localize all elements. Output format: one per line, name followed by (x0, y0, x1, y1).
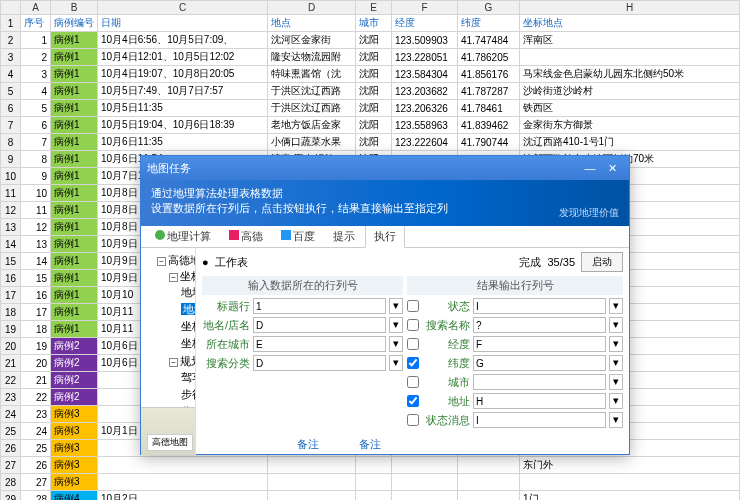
tree-coord-convert[interactable]: 坐标转换 (181, 335, 191, 352)
tab-baidu[interactable]: 百度 (273, 226, 323, 247)
table-row[interactable]: 54病例110月5日7:49、10月7日7:57于洪区沈辽西路沈阳123.203… (1, 83, 740, 100)
tab-geo-calc[interactable]: 地理计算 (147, 226, 219, 247)
table-row[interactable]: 2827病例3 (1, 474, 740, 491)
tab-hint[interactable]: 提示 (325, 226, 363, 247)
addr-check[interactable] (407, 395, 419, 407)
dialog-titlebar[interactable]: 地图任务 — ✕ (141, 156, 629, 180)
tree-addr-to-coord[interactable]: 地址转坐标 (181, 284, 191, 301)
table-row[interactable]: 65病例110月5日11:35于洪区沈辽西路沈阳123.20632641.784… (1, 100, 740, 117)
dialog-title: 地图任务 (147, 161, 191, 176)
lng-check[interactable] (407, 338, 419, 350)
table-row[interactable]: 43病例110月4日19:07、10月8日20:05特味熏酱馆（沈沈阳123.5… (1, 66, 740, 83)
table-row[interactable]: 87病例110月6日11:35小俩口蔬菜水果沈阳123.22260441.790… (1, 134, 740, 151)
lat-col-input[interactable] (473, 355, 606, 371)
table-row[interactable]: 32病例110月4日12:01、10月5日12:02隆安达物流园附沈阳123.2… (1, 49, 740, 66)
cityr-col-input[interactable] (473, 374, 606, 390)
start-button[interactable]: 启动 (581, 252, 623, 272)
tree-coord-to-addr[interactable]: 坐标转地址 (181, 318, 191, 335)
lng-col-input[interactable] (473, 336, 606, 352)
msg-check[interactable] (407, 414, 419, 426)
dialog-tabs: 地理计算 高德 百度 提示 执行 (141, 226, 629, 248)
table-row[interactable]: 21病例110月4日6:56、10月5日7:09、沈河区金家街沈阳123.509… (1, 32, 740, 49)
lat-check[interactable] (407, 357, 419, 369)
sname-check[interactable] (407, 319, 419, 331)
progress-text: 35/35 (547, 256, 575, 268)
status-check[interactable] (407, 300, 419, 312)
msg-col-input[interactable] (473, 412, 606, 428)
worksheet-label: 工作表 (215, 255, 248, 270)
table-row[interactable]: 2726病例3东门外 (1, 457, 740, 474)
city-col-input[interactable] (253, 336, 386, 352)
map-task-dialog: 地图任务 — ✕ 通过地理算法处理表格数据 设置数据所在行列后，点击按钮执行，结… (140, 155, 630, 455)
cityr-check[interactable] (407, 376, 419, 388)
status-col-input[interactable] (473, 298, 606, 314)
tree-addr-search[interactable]: 地址搜索 (181, 301, 191, 318)
mini-map: 刷新清空 高德地图 (141, 407, 196, 455)
title-row-input[interactable] (253, 298, 386, 314)
dropdown-icon[interactable]: ▾ (389, 298, 403, 314)
tree-drive[interactable]: 驾车路线 (181, 369, 191, 386)
sname-col-input[interactable] (473, 317, 606, 333)
table-row[interactable]: 76病例110月5日19:04、10月6日18:39老地方饭店金家沈阳123.5… (1, 117, 740, 134)
minimize-icon[interactable]: — (579, 162, 601, 174)
dialog-banner: 通过地理算法处理表格数据 设置数据所在行列后，点击按钮执行，结果直接输出至指定列… (141, 180, 629, 226)
addr-col-input[interactable] (473, 393, 606, 409)
dialog-footer: 备注备注 (297, 437, 623, 452)
table-row[interactable]: 2928病例410月2日1门 (1, 491, 740, 501)
close-icon[interactable]: ✕ (601, 162, 623, 175)
tree-walk[interactable]: 步行路线 (181, 386, 191, 403)
tab-execute[interactable]: 执行 (365, 225, 405, 248)
service-tree[interactable]: −高德地图 −坐标地址 地址转坐标 地址搜索 坐标转地址 坐标转换 −规划线路 … (141, 248, 196, 455)
cat-col-input[interactable] (253, 355, 386, 371)
name-col-input[interactable] (253, 317, 386, 333)
tab-amap[interactable]: 高德 (221, 226, 271, 247)
